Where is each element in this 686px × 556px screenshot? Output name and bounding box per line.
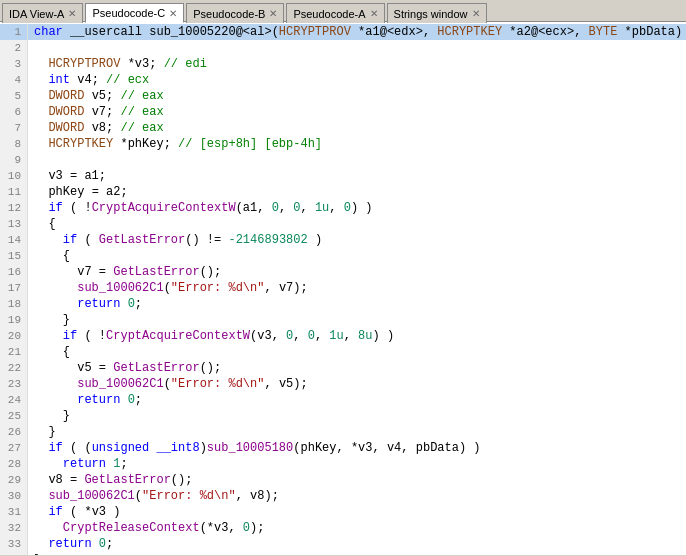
table-row: 28 return 1; [0,456,686,472]
line-number: 8 [0,136,28,152]
table-row: 5 DWORD v5; // eax [0,88,686,104]
line-content: return 0; [28,296,686,312]
line-content: v5 = GetLastError(); [28,360,686,376]
line-content: CryptReleaseContext(*v3, 0); [28,520,686,536]
table-row: 9 [0,152,686,168]
line-number: 13 [0,216,28,232]
line-number: 26 [0,424,28,440]
tab-ida-view[interactable]: IDA View-A✕ [2,3,83,23]
table-row: 34} [0,552,686,555]
table-row: 31 if ( *v3 ) [0,504,686,520]
line-content: if ( (unsigned __int8)sub_10005180(phKey… [28,440,686,456]
table-row: 4 int v4; // ecx [0,72,686,88]
table-row: 11 phKey = a2; [0,184,686,200]
line-number: 28 [0,456,28,472]
table-row: 12 if ( !CryptAcquireContextW(a1, 0, 0, … [0,200,686,216]
line-number: 3 [0,56,28,72]
table-row: 22 v5 = GetLastError(); [0,360,686,376]
line-content: phKey = a2; [28,184,686,200]
line-number: 10 [0,168,28,184]
line-content: sub_100062C1("Error: %d\n", v5); [28,376,686,392]
line-number: 16 [0,264,28,280]
tab-close-icon[interactable]: ✕ [472,8,480,19]
line-content: DWORD v7; // eax [28,104,686,120]
code-area[interactable]: 1char __usercall sub_10005220@<al>(HCRYP… [0,22,686,555]
line-content: sub_100062C1("Error: %d\n", v7); [28,280,686,296]
table-row: 30 sub_100062C1("Error: %d\n", v8); [0,488,686,504]
line-content: HCRYPTKEY *phKey; // [esp+8h] [ebp-4h] [28,136,686,152]
tab-close-icon[interactable]: ✕ [169,8,177,19]
line-number: 24 [0,392,28,408]
line-content: v8 = GetLastError(); [28,472,686,488]
line-number: 27 [0,440,28,456]
tab-close-icon[interactable]: ✕ [370,8,378,19]
line-number: 29 [0,472,28,488]
line-number: 15 [0,248,28,264]
line-number: 7 [0,120,28,136]
line-content: HCRYPTPROV *v3; // edi [28,56,686,72]
table-row: 2 [0,40,686,56]
line-content: if ( GetLastError() != -2146893802 ) [28,232,686,248]
line-number: 22 [0,360,28,376]
table-row: 7 DWORD v8; // eax [0,120,686,136]
line-content: return 1; [28,456,686,472]
tab-bar: IDA View-A✕Pseudocode-C✕Pseudocode-B✕Pse… [0,0,686,22]
table-row: 8 HCRYPTKEY *phKey; // [esp+8h] [ebp-4h] [0,136,686,152]
tab-strings-window[interactable]: Strings window✕ [387,3,487,23]
tab-close-icon[interactable]: ✕ [269,8,277,19]
line-content [28,40,686,56]
line-number: 21 [0,344,28,360]
table-row: 15 { [0,248,686,264]
line-number: 18 [0,296,28,312]
line-number: 31 [0,504,28,520]
line-number: 20 [0,328,28,344]
line-content [28,152,686,168]
table-row: 6 DWORD v7; // eax [0,104,686,120]
table-row: 25 } [0,408,686,424]
table-row: 32 CryptReleaseContext(*v3, 0); [0,520,686,536]
line-content: { [28,248,686,264]
line-content: int v4; // ecx [28,72,686,88]
line-number: 17 [0,280,28,296]
line-number: 2 [0,40,28,56]
tab-pseudocode-a[interactable]: Pseudocode-A✕ [286,3,384,23]
table-row: 1char __usercall sub_10005220@<al>(HCRYP… [0,24,686,40]
table-row: 17 sub_100062C1("Error: %d\n", v7); [0,280,686,296]
table-row: 27 if ( (unsigned __int8)sub_10005180(ph… [0,440,686,456]
table-row: 29 v8 = GetLastError(); [0,472,686,488]
line-content: return 0; [28,536,686,552]
line-number: 25 [0,408,28,424]
table-row: 13 { [0,216,686,232]
line-content: if ( !CryptAcquireContextW(v3, 0, 0, 1u,… [28,328,686,344]
table-row: 33 return 0; [0,536,686,552]
table-row: 26 } [0,424,686,440]
line-content: v3 = a1; [28,168,686,184]
tab-pseudocode-b[interactable]: Pseudocode-B✕ [186,3,284,23]
line-number: 12 [0,200,28,216]
table-row: 14 if ( GetLastError() != -2146893802 ) [0,232,686,248]
line-content: if ( !CryptAcquireContextW(a1, 0, 0, 1u,… [28,200,686,216]
line-number: 9 [0,152,28,168]
line-content: } [28,408,686,424]
tab-pseudocode-c[interactable]: Pseudocode-C✕ [85,3,184,23]
table-row: 24 return 0; [0,392,686,408]
line-content: { [28,344,686,360]
line-content: { [28,216,686,232]
line-number: 32 [0,520,28,536]
line-content: DWORD v8; // eax [28,120,686,136]
line-content: if ( *v3 ) [28,504,686,520]
line-number: 5 [0,88,28,104]
table-row: 3 HCRYPTPROV *v3; // edi [0,56,686,72]
line-content: sub_100062C1("Error: %d\n", v8); [28,488,686,504]
table-row: 23 sub_100062C1("Error: %d\n", v5); [0,376,686,392]
table-row: 20 if ( !CryptAcquireContextW(v3, 0, 0, … [0,328,686,344]
tab-close-icon[interactable]: ✕ [68,8,76,19]
table-row: 18 return 0; [0,296,686,312]
table-row: 19 } [0,312,686,328]
line-number: 6 [0,104,28,120]
line-number: 11 [0,184,28,200]
line-number: 19 [0,312,28,328]
line-content: } [28,424,686,440]
line-number: 23 [0,376,28,392]
line-content: DWORD v5; // eax [28,88,686,104]
